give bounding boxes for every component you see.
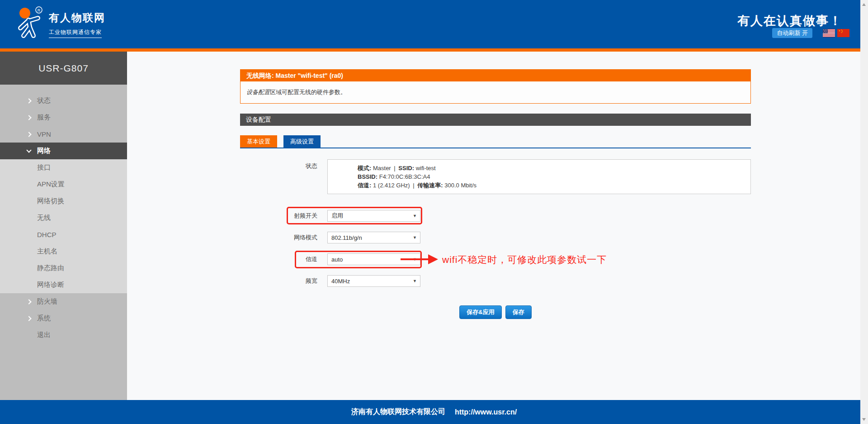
status-row: 状态 模式: Master | SSID: wifi-test BSSID: F… xyxy=(240,159,751,194)
panel-title: 无线网络: Master "wifi-test" (ra0) xyxy=(241,70,750,81)
sidebar-item-firewall[interactable]: 防火墙 xyxy=(0,293,127,310)
bandwidth-row: 频宽 40MHz ▼ xyxy=(240,275,751,287)
annotation-arrow xyxy=(401,258,428,260)
save-apply-button[interactable]: 保存&应用 xyxy=(459,305,501,319)
status-line-2: BSSID: F4:70:0C:6B:3C:A4 xyxy=(358,172,746,181)
network-mode-row: 网络模式 802.11b/g/n ▼ xyxy=(240,232,751,243)
status-line-1: 模式: Master | SSID: wifi-test xyxy=(358,164,746,172)
sidebar-item-dhcp[interactable]: DHCP xyxy=(0,226,127,243)
usr-person-logo-icon: R xyxy=(14,6,43,39)
wireless-config-card: 无线网络: Master "wifi-test" (ra0) 设备配置区域可配置… xyxy=(240,69,751,319)
wifi-status-box: 模式: Master | SSID: wifi-test BSSID: F4:7… xyxy=(327,159,751,194)
sidebar-item-interfaces[interactable]: 接口 xyxy=(0,159,127,176)
brand-logo: R 有人物联网 工业物联网通信专家 xyxy=(14,6,105,39)
sidebar-item-apn[interactable]: APN设置 xyxy=(0,176,127,193)
chevron-right-icon xyxy=(26,98,31,103)
sidebar-item-system[interactable]: 系统 xyxy=(0,310,127,327)
brand-text: 有人物联网 工业物联网通信专家 xyxy=(49,6,105,39)
sidebar-item-wireless[interactable]: 无线 xyxy=(0,210,127,226)
device-name: USR-G807 xyxy=(0,52,127,85)
page: R 有人物联网 工业物联网通信专家 有人在认真做事！ 自动刷新 开 xyxy=(0,0,868,424)
cn-flag-icon[interactable] xyxy=(837,29,849,37)
chevron-right-icon xyxy=(26,299,31,304)
sidebar-item-diagnostics[interactable]: 网络诊断 xyxy=(0,276,127,293)
form-actions: 保存&应用 保存 xyxy=(240,305,751,319)
sidebar-item-network[interactable]: 网络 xyxy=(0,143,127,159)
sidebar-item-services[interactable]: 服务 xyxy=(0,109,127,126)
auto-refresh-toggle[interactable]: 自动刷新 开 xyxy=(772,28,812,38)
dropdown-caret-icon: ▼ xyxy=(413,236,417,240)
scroll-up-arrow-icon[interactable] xyxy=(862,3,866,6)
panel-description: 设备配置区域可配置无线的硬件参数。 xyxy=(241,81,750,103)
bandwidth-select[interactable]: 40MHz ▼ xyxy=(327,275,420,287)
section-header-device-config: 设备配置 xyxy=(240,114,751,126)
network-mode-select[interactable]: 802.11b/g/n ▼ xyxy=(327,232,420,243)
chevron-right-icon xyxy=(26,115,31,120)
dropdown-caret-icon: ▼ xyxy=(413,279,417,283)
sidebar-item-status[interactable]: 状态 xyxy=(0,92,127,109)
footer-url-link[interactable]: http://www.usr.cn/ xyxy=(455,408,517,416)
sidebar: USR-G807 状态 服务 VPN 网络 xyxy=(0,52,127,400)
panel-box: 无线网络: Master "wifi-test" (ra0) 设备配置区域可配置… xyxy=(240,69,751,104)
registered-mark: R xyxy=(38,8,41,13)
footer-company: 济南有人物联网技术有限公司 xyxy=(351,407,445,417)
app-header: R 有人物联网 工业物联网通信专家 有人在认真做事！ 自动刷新 开 xyxy=(0,0,868,48)
radio-switch-row: 射频开关 启用 ▼ xyxy=(240,210,751,222)
chevron-right-icon xyxy=(26,132,31,137)
header-slogan: 有人在认真做事！ xyxy=(737,13,842,29)
chevron-down-icon xyxy=(26,148,31,152)
main-content: 无线网络: Master "wifi-test" (ra0) 设备配置区域可配置… xyxy=(127,52,868,400)
us-flag-icon[interactable] xyxy=(823,29,835,37)
annotation-arrow-head-icon xyxy=(428,254,438,264)
save-button[interactable]: 保存 xyxy=(505,305,532,319)
sidebar-item-vpn[interactable]: VPN xyxy=(0,126,127,143)
network-submenu: 接口 APN设置 网络切换 无线 DHCP 主机名 静态路由 xyxy=(0,159,127,293)
status-label: 状态 xyxy=(240,159,317,194)
accent-divider xyxy=(0,48,868,52)
channel-row: 信道 auto ▼ wifi不稳定时，可修改此项参数试一下 xyxy=(240,253,751,265)
brand-tagline: 工业物联网通信专家 xyxy=(49,29,102,38)
status-line-3: 信道: 1 (2.412 GHz) | 传输速率: 300.0 Mbit/s xyxy=(358,181,746,190)
sidebar-item-hostname[interactable]: 主机名 xyxy=(0,243,127,260)
scroll-down-arrow-icon[interactable] xyxy=(862,418,866,421)
dropdown-caret-icon: ▼ xyxy=(413,214,417,218)
sidebar-item-static-routes[interactable]: 静态路由 xyxy=(0,260,127,276)
sidebar-item-logout[interactable]: 退出 xyxy=(0,327,127,343)
annotation-text: wifi不稳定时，可修改此项参数试一下 xyxy=(442,253,607,266)
chevron-right-icon xyxy=(26,316,31,321)
vertical-scrollbar[interactable] xyxy=(860,0,868,424)
brand-name: 有人物联网 xyxy=(49,11,105,25)
wireless-form: 状态 模式: Master | SSID: wifi-test BSSID: F… xyxy=(240,159,751,319)
page-footer: 济南有人物联网技术有限公司 http://www.usr.cn/ xyxy=(0,400,868,424)
sidebar-item-network-switch[interactable]: 网络切换 xyxy=(0,193,127,210)
tab-advanced-settings[interactable]: 高级设置 xyxy=(283,135,321,148)
tab-basic-settings[interactable]: 基本设置 xyxy=(240,135,277,148)
radio-switch-select[interactable]: 启用 ▼ xyxy=(327,210,420,222)
tab-bar: 基本设置 高级设置 xyxy=(240,135,751,148)
